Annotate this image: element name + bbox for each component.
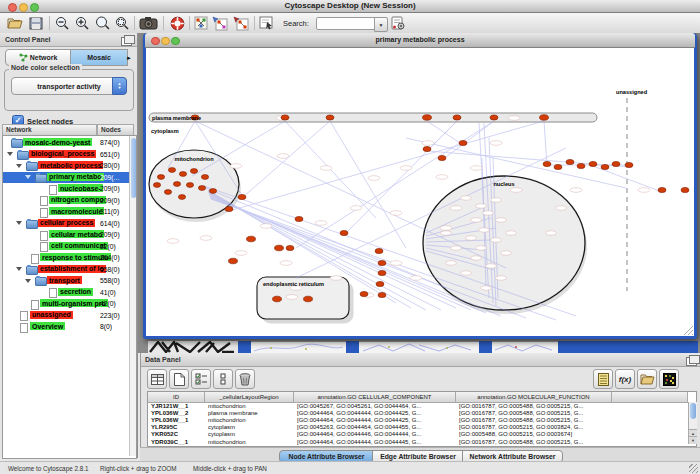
new-attribute-icon[interactable] [169, 369, 189, 389]
tree-item-mosaic-demo-yeast[interactable]: mosaic-demo-yeast874(0) [3, 137, 129, 149]
folder-icon [35, 277, 47, 286]
float-panel-icon[interactable] [121, 37, 132, 46]
zoom-in-icon[interactable] [75, 15, 89, 31]
column-header-blank [612, 392, 688, 403]
tree-item-overview[interactable]: Overview8(0) [3, 321, 129, 333]
help-icon[interactable] [170, 15, 185, 31]
network-graph[interactable]: plasma membrane cytoplasm mitochondrion … [146, 48, 694, 336]
tree-item-primary-metabolic[interactable]: primary metabo209(... [3, 172, 129, 184]
create-network-icon[interactable] [194, 15, 208, 31]
tree-item-macromolecule[interactable]: macromolecule311(0) [3, 206, 129, 218]
open-file-icon[interactable] [7, 15, 24, 31]
tree-item-biological-process[interactable]: biological_process651(0) [3, 149, 129, 161]
nucleus-region[interactable] [423, 176, 585, 310]
tree-item-unassigned[interactable]: unassigned223(0) [3, 310, 129, 322]
table-row[interactable]: YJR121W__1 mitochondrion [GO:0045267, GO… [148, 403, 688, 410]
tree-scrollbar[interactable] [129, 136, 136, 456]
background-window-fragment[interactable] [558, 341, 698, 353]
nodes-layer[interactable] [153, 115, 689, 302]
dropdown-stepper-icon[interactable]: ▲▼ [112, 77, 127, 95]
table-row[interactable]: YPL036W__2 plasma membrane [GO:0044464, … [148, 410, 688, 417]
table-row[interactable]: YLR295C cytoplasm [GO:0045263, GO:004446… [148, 424, 688, 431]
select-attributes-icon[interactable] [191, 369, 211, 389]
window-resize-grip-icon[interactable] [689, 464, 698, 473]
tree-item-nitrogen-compound[interactable]: nitrogen compo209(0) [3, 195, 129, 207]
tree-item-secretion[interactable]: secretion41(0) [3, 287, 129, 299]
table-row[interactable]: YDR039C__1 mitochondrion [GO:0044464, GO… [148, 439, 688, 446]
background-window-fragment[interactable] [148, 341, 238, 353]
tree-item-cell-communication[interactable]: cell communicat22(0) [3, 241, 129, 253]
edges-layer[interactable] [168, 121, 662, 320]
float-panel-icon[interactable] [686, 357, 697, 366]
control-panel-title: Control Panel [5, 36, 51, 43]
column-header-id[interactable]: ID [148, 392, 205, 403]
tree-item-multi-organism-process[interactable]: multi-organism pro42(0) [3, 298, 129, 310]
scroll-down-icon[interactable]: ▼ [689, 436, 697, 444]
tree-scrollbar-thumb[interactable] [131, 138, 136, 198]
table-row[interactable]: YPL036W__1 mitochondrion [GO:0044464, GO… [148, 417, 688, 424]
plasma-membrane-label: plasma membrane [152, 115, 201, 121]
attribute-editor-icon[interactable] [593, 369, 613, 389]
expander-icon[interactable] [16, 267, 22, 271]
tree-item-establishment-of-localization[interactable]: establishment of lo558(0) [3, 264, 129, 276]
table-scrollbar[interactable]: ▲ ▼ [688, 402, 697, 444]
attribute-table-icon[interactable] [147, 369, 167, 389]
network-leaf-icon [40, 196, 48, 206]
background-window-fragment[interactable] [346, 341, 359, 353]
background-window-fragment[interactable] [492, 341, 558, 353]
zoom-fit-icon[interactable] [95, 15, 110, 31]
table-scrollbar-thumb[interactable] [690, 403, 696, 419]
tree-item-cellular-metabolic[interactable]: cellular metabo209(0) [3, 229, 129, 241]
column-header-go-cellular-component[interactable]: annotation.GO CELLULAR_COMPONENT [294, 392, 456, 403]
expander-icon[interactable] [16, 164, 22, 168]
zoom-selected-icon[interactable] [115, 15, 129, 31]
tree-item-response-to-stimulus[interactable]: response to stimulu264(0) [3, 252, 129, 264]
destroy-network-icon[interactable] [233, 15, 249, 31]
attribute-table: ID _cellularLayoutRegion annotation.GO C… [147, 391, 697, 447]
search-input[interactable] [316, 17, 378, 30]
plasma-membrane-region[interactable] [149, 113, 597, 122]
tree-item-cellular-process[interactable]: cellular process614(0) [3, 218, 129, 230]
tree-item-transport[interactable]: transport558(0) [3, 275, 129, 287]
canvas-resize-grip-icon[interactable] [684, 326, 693, 335]
unselect-attributes-icon[interactable] [213, 369, 233, 389]
background-window-fragment[interactable] [359, 341, 479, 353]
save-session-icon[interactable] [29, 15, 43, 31]
expander-icon[interactable] [16, 221, 22, 225]
snapshot-camera-icon[interactable] [139, 15, 158, 31]
zoom-out-icon[interactable] [55, 15, 69, 31]
tab-overflow-arrow-icon[interactable]: ► [126, 49, 135, 66]
background-window-fragment[interactable] [479, 341, 492, 353]
background-window-fragment[interactable] [238, 341, 251, 353]
delete-attribute-icon[interactable] [235, 369, 255, 389]
network-canvas[interactable]: plasma membrane cytoplasm mitochondrion … [146, 48, 694, 336]
node-color-selection-label: Node color selection [9, 64, 82, 71]
apply-layout-icon[interactable] [212, 15, 228, 31]
status-bar: Welcome to Cytoscape 2.8.1 Right-click +… [0, 461, 700, 474]
attribute-browser-tabs: Node Attribute Browser Edge Attribute Br… [140, 447, 700, 462]
annotation-icon[interactable] [259, 15, 274, 31]
network-window-titlebar[interactable]: primary metabolic process [145, 33, 695, 48]
column-header-go-molecular-function[interactable]: annotation.GO MOLECULAR_FUNCTION [456, 392, 612, 403]
tree-item-nucleobase[interactable]: nucleobase-209(0) [3, 183, 129, 195]
status-zoom-hint: Right-click + drag to ZOOM [100, 465, 176, 472]
search-config-icon[interactable] [391, 15, 405, 31]
folder-icon [35, 174, 47, 183]
table-row[interactable]: YKR052C cytoplasm [GO:0044464, GO:004444… [148, 431, 688, 438]
import-attributes-icon[interactable] [637, 369, 657, 389]
network-leaf-icon [49, 185, 57, 195]
tree-item-metabolic-process[interactable]: metabolic process280(0) [3, 160, 129, 172]
network-view-window[interactable]: primary metabolic process [143, 33, 697, 339]
matrix-view-icon[interactable] [659, 369, 679, 389]
control-panel: Control Panel Network Mosaic ► Node colo… [0, 33, 138, 458]
expander-icon[interactable] [7, 152, 13, 156]
column-header-cellular-layout-region[interactable]: _cellularLayoutRegion [205, 392, 294, 403]
background-window-fragment[interactable] [251, 341, 346, 353]
expander-icon[interactable] [25, 279, 31, 283]
expander-icon[interactable] [25, 175, 31, 179]
endoplasmic-reticulum-label: endoplasmic reticulum [263, 281, 324, 287]
search-dropdown-icon[interactable]: ▼ [374, 17, 388, 32]
formula-builder-icon[interactable]: f(x) [615, 369, 635, 389]
control-panel-header: Control Panel [0, 33, 137, 47]
node-color-dropdown[interactable]: transporter activity [11, 77, 127, 95]
